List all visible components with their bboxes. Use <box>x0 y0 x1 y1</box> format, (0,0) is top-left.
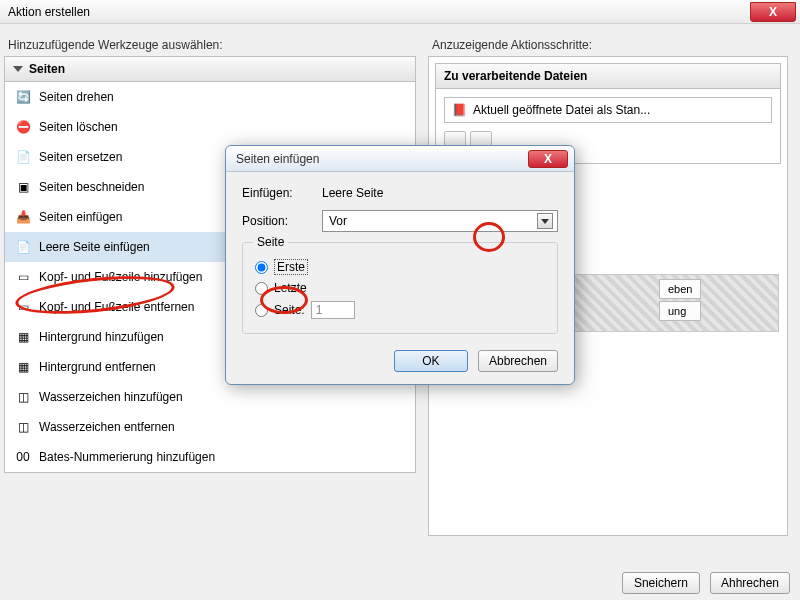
dialog-close-button[interactable]: X <box>528 150 568 168</box>
delete-icon: ⛔ <box>15 119 31 135</box>
position-label: Position: <box>242 214 312 228</box>
position-combobox[interactable]: Vor <box>322 210 558 232</box>
dialog-title: Seiten einfügen <box>236 152 319 166</box>
pdf-icon: 📕 <box>451 102 467 118</box>
window-close-button[interactable]: X <box>750 2 796 22</box>
ok-button[interactable]: OK <box>394 350 468 372</box>
file-row[interactable]: 📕 Aktuell geöffnete Datei als Stan... <box>444 97 772 123</box>
bates-icon: 00 <box>15 449 31 465</box>
chevron-down-icon <box>541 219 549 224</box>
watermark-add-icon: ◫ <box>15 389 31 405</box>
left-section-label: Hinzuzufügende Werkzeuge auswählen: <box>8 38 416 52</box>
background-add-icon: ▦ <box>15 329 31 345</box>
tool-wz-hinzu[interactable]: ◫Wasserzeichen hinzufügen <box>5 382 415 412</box>
header-icon: ▭ <box>15 269 31 285</box>
cancel-button-main[interactable]: Ahhrechen <box>710 572 790 594</box>
page-number-input[interactable] <box>311 301 355 319</box>
radio-first-row[interactable]: Erste <box>255 259 545 275</box>
file-row-label: Aktuell geöffnete Datei als Stan... <box>473 103 650 117</box>
close-icon: X <box>769 5 777 19</box>
radio-first[interactable] <box>255 261 268 274</box>
accordion-header-seiten[interactable]: Seiten <box>5 57 415 82</box>
tool-wz-entf[interactable]: ◫Wasserzeichen entfernen <box>5 412 415 442</box>
radio-last-row[interactable]: Letzte <box>255 281 545 295</box>
background-remove-icon: ▦ <box>15 359 31 375</box>
chevron-down-icon <box>13 66 23 72</box>
close-icon: X <box>544 152 552 166</box>
radio-page-row[interactable]: Seite: <box>255 301 545 319</box>
window-title-bar: Aktion erstellen X <box>0 0 800 24</box>
combo-dropdown-button[interactable] <box>537 213 553 229</box>
radio-page-label: Seite: <box>274 303 305 317</box>
accordion-title: Seiten <box>29 62 65 76</box>
insert-pages-dialog: Seiten einfügen X Einfügen: Leere Seite … <box>225 145 575 385</box>
radio-last-label: Letzte <box>274 281 307 295</box>
right-section-label: Anzuzeigende Aktionsschritte: <box>432 38 788 52</box>
radio-last[interactable] <box>255 282 268 295</box>
window-title: Aktion erstellen <box>8 5 90 19</box>
rotate-icon: 🔄 <box>15 89 31 105</box>
fragment-ung: ung <box>659 301 701 321</box>
radio-page[interactable] <box>255 304 268 317</box>
files-header: Zu verarbeitende Dateien <box>436 64 780 89</box>
replace-icon: 📄 <box>15 149 31 165</box>
insert-value: Leere Seite <box>322 186 383 200</box>
tool-seiten-loeschen[interactable]: ⛔Seiten löschen <box>5 112 415 142</box>
blank-page-icon: 📄 <box>15 239 31 255</box>
watermark-remove-icon: ◫ <box>15 419 31 435</box>
header-remove-icon: ▭ <box>15 299 31 315</box>
position-value: Vor <box>329 214 347 228</box>
page-group-title: Seite <box>253 235 288 249</box>
save-button[interactable]: Sneichern <box>622 572 700 594</box>
cancel-button[interactable]: Abbrechen <box>478 350 558 372</box>
tool-seiten-drehen[interactable]: 🔄Seiten drehen <box>5 82 415 112</box>
fragment-eben: eben <box>659 279 701 299</box>
insert-icon: 📥 <box>15 209 31 225</box>
radio-first-label: Erste <box>274 259 308 275</box>
crop-icon: ▣ <box>15 179 31 195</box>
insert-label: Einfügen: <box>242 186 312 200</box>
tool-bates[interactable]: 00Bates-Nummerierung hinzufügen <box>5 442 415 472</box>
